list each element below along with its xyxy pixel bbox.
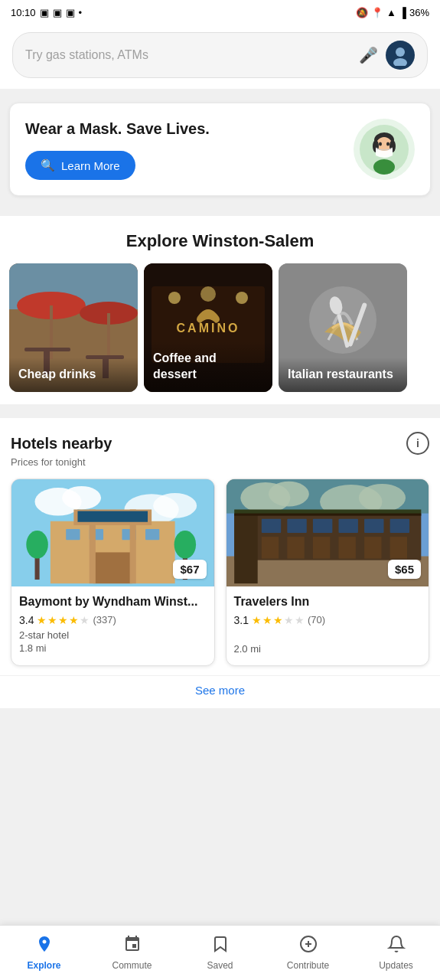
svg-rect-61 — [338, 519, 357, 533]
star-5: ★ — [80, 614, 90, 626]
banner-image — [354, 119, 415, 180]
see-more-link[interactable]: See more — [195, 684, 245, 697]
explore-title: Explore Winston-Salem — [0, 231, 440, 251]
svg-rect-69 — [389, 537, 406, 558]
svg-rect-58 — [261, 519, 280, 533]
travelers-stars: ★ ★ ★ ★ ★ — [252, 614, 305, 626]
nav-item-updates[interactable]: Updates — [352, 926, 440, 980]
baymont-rating-num: 3.4 — [19, 614, 34, 626]
svg-point-1 — [393, 58, 407, 66]
star-1: ★ — [37, 614, 47, 626]
svg-rect-45 — [77, 511, 148, 522]
explore-card-cheap-drinks[interactable]: Cheap drinks — [9, 263, 138, 392]
updates-icon — [387, 935, 406, 958]
nav-item-commute[interactable]: Commute — [88, 926, 176, 980]
baymont-distance: 1.8 mi — [19, 642, 207, 654]
svg-point-49 — [174, 531, 196, 559]
svg-rect-60 — [312, 519, 331, 533]
hotels-header: Hotels nearby i — [11, 432, 429, 455]
travelers-rating: 3.1 ★ ★ ★ ★ ★ (70) — [234, 614, 422, 626]
mic-icon[interactable]: 🎤 — [359, 46, 378, 64]
cheap-drinks-overlay: Cheap drinks — [9, 358, 138, 392]
learn-more-label: Learn More — [61, 159, 120, 172]
banner-title: Wear a Mask. Save Lives. — [25, 119, 341, 139]
user-avatar[interactable] — [386, 41, 415, 70]
explore-section: Explore Winston-Salem — [0, 216, 440, 404]
svg-rect-62 — [364, 519, 383, 533]
star-2: ★ — [47, 614, 57, 626]
contribute-nav-label: Contribute — [287, 960, 329, 971]
status-bar-right: 🔕 📍 ▲ ▐ 36% — [356, 7, 429, 18]
italian-overlay: Italian restaurants — [279, 358, 407, 392]
coffee-dessert-label: Coffee and dessert — [153, 351, 263, 383]
svg-point-24 — [236, 292, 248, 304]
bottom-nav: Explore Commute Saved Contribute — [0, 925, 440, 980]
search-placeholder: Try gas stations, ATMs — [25, 48, 351, 62]
svg-rect-63 — [389, 519, 409, 533]
svg-rect-16 — [24, 348, 70, 351]
svg-rect-59 — [287, 519, 306, 533]
hotel-img-travelers: $65 — [227, 479, 429, 586]
learn-more-button[interactable]: 🔍 Learn More — [25, 151, 135, 180]
cheap-drinks-label: Cheap drinks — [18, 367, 129, 383]
nav-item-saved[interactable]: Saved — [176, 926, 264, 980]
star-4: ★ — [69, 614, 79, 626]
explore-icon — [35, 935, 54, 958]
mask-banner: Wear a Mask. Save Lives. 🔍 Learn More — [9, 103, 431, 196]
svg-rect-38 — [66, 529, 80, 540]
info-icon[interactable]: i — [406, 432, 429, 455]
msg-icon: ▣ — [53, 7, 62, 18]
hotels-section: Hotels nearby i Prices for tonight — [0, 418, 440, 675]
wifi-icon: ▲ — [386, 7, 396, 18]
mute-icon: 🔕 — [356, 7, 368, 18]
updates-nav-label: Updates — [379, 960, 413, 971]
svg-rect-71 — [227, 479, 429, 514]
hotel-card-baymont[interactable]: $67 Baymont by Wyndham Winst... 3.4 ★ ★ … — [11, 479, 215, 666]
signal-icon: ▐ — [399, 7, 406, 18]
hotels-cards: $67 Baymont by Wyndham Winst... 3.4 ★ ★ … — [11, 479, 429, 666]
mail-icon: ▣ — [66, 7, 75, 18]
location-icon: 📍 — [371, 7, 383, 18]
time-display: 10:10 — [11, 7, 36, 18]
explore-card-italian[interactable]: Italian restaurants — [279, 263, 407, 392]
nav-item-explore[interactable]: Explore — [0, 926, 88, 980]
baymont-type: 2-star hotel — [19, 629, 207, 641]
commute-nav-label: Commute — [112, 960, 152, 971]
svg-text:CAMINO: CAMINO — [177, 322, 240, 335]
svg-rect-57 — [234, 514, 258, 584]
search-bar[interactable]: Try gas stations, ATMs 🎤 — [12, 32, 428, 78]
status-bar-left: 10:10 ▣ ▣ ▣ • — [11, 7, 82, 18]
svg-rect-68 — [364, 537, 381, 558]
baymont-info: Baymont by Wyndham Winst... 3.4 ★ ★ ★ ★ … — [11, 586, 214, 665]
explore-card-coffee-dessert[interactable]: CAMINO Coffee and dessert — [144, 263, 272, 392]
svg-point-22 — [168, 292, 181, 304]
hotels-subtitle: Prices for tonight — [11, 456, 429, 468]
svg-point-0 — [396, 47, 405, 57]
svg-rect-41 — [145, 529, 159, 540]
svg-point-47 — [26, 531, 47, 559]
baymont-price: $67 — [173, 560, 206, 579]
baymont-name: Baymont by Wyndham Winst... — [19, 594, 207, 610]
travelers-price: $65 — [388, 560, 421, 579]
t-star-1: ★ — [252, 614, 262, 626]
hotels-title: Hotels nearby — [11, 435, 112, 452]
travelers-review-count: (70) — [308, 614, 325, 626]
banner-text: Wear a Mask. Save Lives. 🔍 Learn More — [25, 119, 341, 180]
commute-icon — [123, 935, 142, 958]
italian-label: Italian restaurants — [288, 367, 398, 383]
status-bar: 10:10 ▣ ▣ ▣ • 🔕 📍 ▲ ▐ 36% — [0, 0, 440, 24]
baymont-stars: ★ ★ ★ ★ ★ — [37, 614, 90, 626]
svg-point-8 — [379, 142, 382, 145]
t-star-4: ★ — [284, 614, 294, 626]
see-more-area: See more — [0, 675, 440, 708]
svg-rect-65 — [287, 537, 304, 558]
svg-point-33 — [62, 486, 101, 510]
t-star-5: ★ — [295, 614, 305, 626]
t-star-2: ★ — [262, 614, 272, 626]
search-btn-icon: 🔍 — [41, 158, 55, 172]
svg-rect-27 — [309, 286, 376, 354]
contribute-icon — [299, 935, 318, 958]
hotel-card-travelers[interactable]: $65 Travelers Inn 3.1 ★ ★ ★ ★ ★ — [226, 479, 430, 666]
svg-rect-42 — [93, 552, 132, 583]
nav-item-contribute[interactable]: Contribute — [264, 926, 352, 980]
